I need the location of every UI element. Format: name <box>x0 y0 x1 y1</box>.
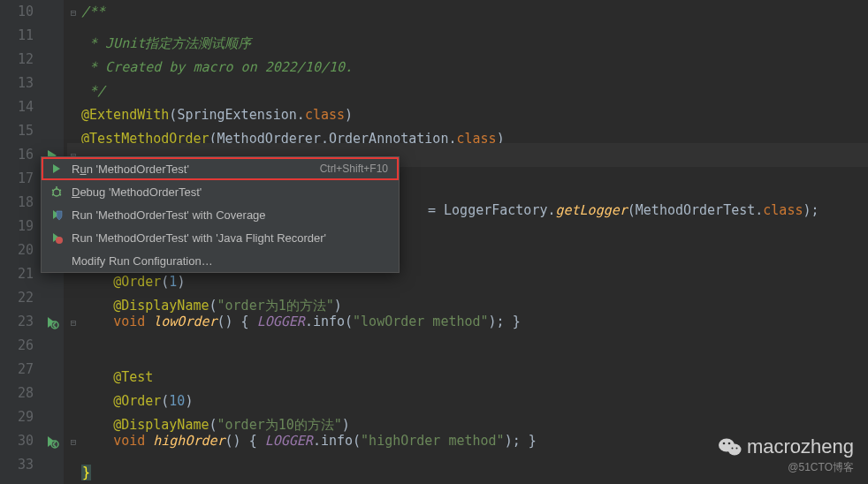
wechat-icon <box>719 437 742 457</box>
line-number: 26 <box>0 334 34 358</box>
svg-line-4 <box>52 190 54 191</box>
fold-toggle-icon[interactable]: ⊟ <box>71 311 77 335</box>
run-test-gutter-icon[interactable] <box>41 310 64 334</box>
svg-line-6 <box>52 194 54 195</box>
line-number: 28 <box>0 382 34 405</box>
debug-icon <box>49 184 65 200</box>
menu-run[interactable]: Run 'MethodOrderTest' Ctrl+Shift+F10 <box>42 157 399 180</box>
line-number: 17 <box>0 167 34 191</box>
line-number: 21 <box>0 262 34 286</box>
line-number: 29 <box>0 405 34 429</box>
watermark-sub: @51CTO博客 <box>719 460 854 475</box>
watermark-brand: macrozheng <box>747 435 854 458</box>
jfr-icon <box>49 230 65 246</box>
svg-point-11 <box>723 442 726 445</box>
svg-point-2 <box>53 189 60 196</box>
line-number: 23 <box>0 310 34 334</box>
run-test-gutter-icon[interactable] <box>41 429 64 453</box>
line-number: 16 <box>0 143 34 167</box>
line-number: 30 <box>0 429 34 453</box>
svg-point-14 <box>735 448 737 450</box>
svg-point-10 <box>727 444 741 456</box>
menu-modify-config[interactable]: Modify Run Configuration… <box>42 249 399 272</box>
svg-line-5 <box>59 190 61 191</box>
svg-point-13 <box>731 448 733 450</box>
line-number: 19 <box>0 215 34 238</box>
menu-run-coverage[interactable]: Run 'MethodOrderTest' with Coverage <box>42 203 399 226</box>
line-number: 22 <box>0 286 34 310</box>
line-number: 10 <box>0 0 34 24</box>
coverage-icon <box>49 207 65 223</box>
line-number: 15 <box>0 119 34 143</box>
watermark: macrozheng @51CTO博客 <box>719 435 854 475</box>
menu-jfr-label: Run 'MethodOrderTest' with 'Java Flight … <box>72 231 388 245</box>
line-number: 27 <box>0 358 34 382</box>
line-number: 14 <box>0 95 34 119</box>
line-number-gutter: 10 11 12 13 14 15 16 17 18 19 20 21 22 2… <box>0 0 41 484</box>
menu-run-jfr[interactable]: Run 'MethodOrderTest' with 'Java Flight … <box>42 226 399 249</box>
svg-point-8 <box>56 237 63 244</box>
svg-point-12 <box>728 442 731 445</box>
run-context-menu: Run 'MethodOrderTest' Ctrl+Shift+F10 Deb… <box>41 156 400 273</box>
menu-debug[interactable]: Debug 'MethodOrderTest' <box>42 180 399 203</box>
menu-run-label: Run 'MethodOrderTest' <box>72 163 320 176</box>
line-number: 12 <box>0 48 34 72</box>
menu-coverage-label: Run 'MethodOrderTest' with Coverage <box>72 208 388 222</box>
line-number: 20 <box>0 238 34 262</box>
fold-toggle-icon[interactable]: ⊟ <box>71 1 77 25</box>
line-number: 18 <box>0 191 34 215</box>
line-number: 13 <box>0 72 34 95</box>
menu-debug-label: Debug 'MethodOrderTest' <box>72 185 388 199</box>
menu-run-shortcut: Ctrl+Shift+F10 <box>320 163 388 175</box>
svg-line-7 <box>59 194 61 195</box>
line-number: 11 <box>0 24 34 48</box>
run-icon <box>49 161 65 177</box>
menu-modify-label: Modify Run Configuration… <box>72 254 388 268</box>
fold-toggle-icon[interactable]: ⊟ <box>71 430 77 454</box>
line-number: 33 <box>0 453 34 477</box>
